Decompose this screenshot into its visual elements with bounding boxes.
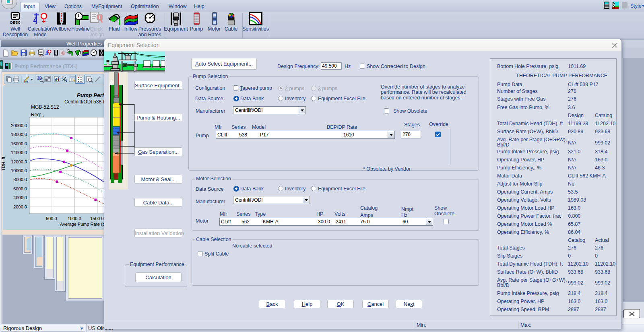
svg-text:DESC: DESC <box>10 20 20 25</box>
svg-text:%: % <box>64 78 67 82</box>
svg-text:#: # <box>62 76 64 80</box>
svg-text:Q: Q <box>62 52 64 55</box>
svg-text:DESC: DESC <box>39 54 45 57</box>
